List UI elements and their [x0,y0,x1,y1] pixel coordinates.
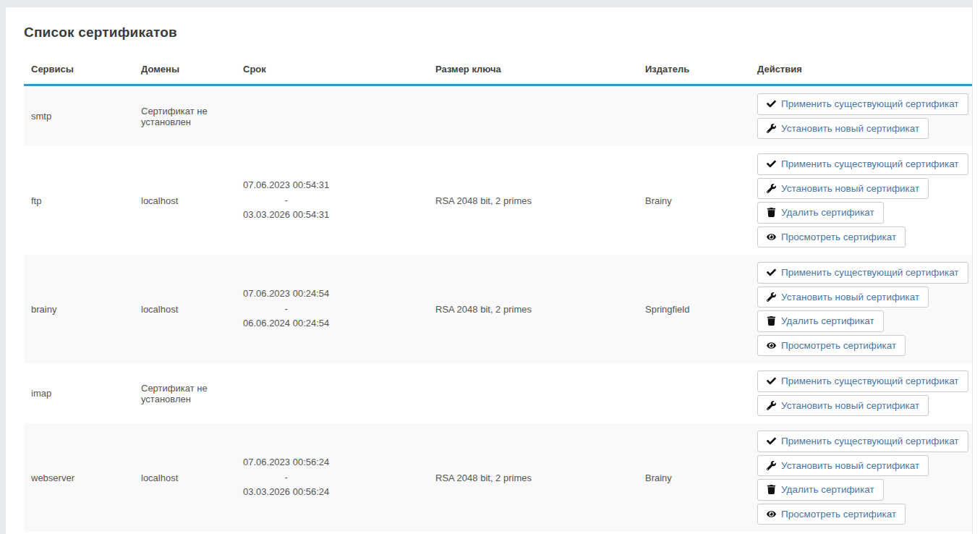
column-header-issuer: Издатель [638,55,750,85]
table-header-row: Сервисы Домены Срок Размер ключа Издател… [24,55,973,85]
table-row: smtpСертификат не установленПрименить су… [24,85,973,147]
key-size-cell [428,363,638,423]
check-icon [767,436,776,446]
key-size-cell: RSA 2048 bit, 2 primes [428,255,638,363]
wrench-icon [767,401,776,410]
scrollbar-track[interactable] [972,0,980,534]
term-to: 03.03.2026 00:56:24 [243,485,329,500]
domain-cell: localhost [134,423,236,532]
service-cell: ftp [24,146,134,255]
button-label: Применить существующий сертификат [781,99,959,109]
service-cell: brainy [24,255,134,363]
actions-stack: Применить существующий сертификатУстанов… [757,369,966,418]
wrench-icon [767,461,776,470]
actions-cell: Применить существующий сертификатУстанов… [750,85,973,147]
view-certificate-button[interactable]: Просмотреть сертификат [757,504,906,525]
install-new-certificate-button[interactable]: Установить новый сертификат [757,287,929,308]
button-label: Применить существующий сертификат [781,436,959,446]
button-label: Установить новый сертификат [781,461,919,471]
check-icon [767,159,776,169]
button-label: Применить существующий сертификат [781,159,959,169]
actions-stack: Применить существующий сертификатУстанов… [757,152,966,249]
button-label: Просмотреть сертификат [781,232,896,242]
actions-cell: Применить существующий сертификатУстанов… [750,423,973,532]
view-certificate-button[interactable]: Просмотреть сертификат [757,226,906,248]
view-certificate-button[interactable]: Просмотреть сертификат [757,335,906,357]
column-header-domains: Домены [134,55,236,85]
issuer-cell: Brainy [638,423,750,532]
delete-certificate-button[interactable]: Удалить сертификат [757,310,884,332]
term-cell [236,85,428,147]
button-label: Просмотреть сертификат [781,509,896,520]
button-label: Просмотреть сертификат [781,341,896,351]
domain-cell: localhost [134,146,236,255]
term-cell: 07.06.2023 00:24:54-06.06.2024 00:24:54 [236,255,428,363]
install-new-certificate-button[interactable]: Установить новый сертификат [757,118,929,140]
install-new-certificate-button[interactable]: Установить новый сертификат [757,455,929,477]
apply-existing-certificate-button[interactable]: Применить существующий сертификат [757,262,968,284]
wrench-icon [767,124,776,133]
table-row: ftplocalhost07.06.2023 00:54:31-03.03.20… [24,146,973,255]
issuer-cell [638,363,750,423]
term-cell [236,363,428,423]
certificate-term: 07.06.2023 00:24:54-06.06.2024 00:24:54 [243,287,329,331]
eye-icon [767,341,776,350]
column-header-key-size: Размер ключа [428,55,638,85]
issuer-cell: Springfield [638,255,750,363]
page-title: Список сертификатов [24,25,973,41]
apply-existing-certificate-button[interactable]: Применить существующий сертификат [757,370,968,392]
term-cell: 07.06.2023 00:56:24-03.03.2026 00:56:24 [236,423,428,532]
delete-certificate-button[interactable]: Удалить сертификат [757,202,884,224]
key-size-cell: RSA 2048 bit, 2 primes [428,146,638,255]
service-cell: smtp [24,85,134,147]
table-row: imapСертификат не установленПрименить су… [24,363,973,423]
button-label: Удалить сертификат [781,316,874,326]
table-row: brainylocalhost07.06.2023 00:24:54-06.06… [24,255,973,363]
actions-cell: Применить существующий сертификатУстанов… [750,146,973,255]
domain-cell: localhost [134,255,236,363]
button-label: Установить новый сертификат [781,184,919,194]
issuer-cell: Brainy [638,146,750,255]
install-new-certificate-button[interactable]: Установить новый сертификат [757,178,929,200]
term-from: 07.06.2023 00:54:31 [243,178,329,193]
button-label: Удалить сертификат [781,208,874,218]
wrench-icon [767,184,776,193]
column-header-term: Срок [236,55,428,85]
apply-existing-certificate-button[interactable]: Применить существующий сертификат [757,153,968,175]
column-header-actions: Действия [750,55,973,85]
actions-cell: Применить существующий сертификатУстанов… [750,255,973,363]
column-header-services: Сервисы [24,55,134,85]
check-icon [767,99,776,109]
apply-existing-certificate-button[interactable]: Применить существующий сертификат [757,431,968,452]
button-label: Установить новый сертификат [781,292,919,302]
check-icon [767,376,776,386]
actions-stack: Применить существующий сертификатУстанов… [757,92,966,140]
button-label: Установить новый сертификат [781,401,919,411]
check-icon [767,268,776,277]
delete-certificate-button[interactable]: Удалить сертификат [757,479,884,501]
term-separator: - [243,302,329,317]
button-label: Удалить сертификат [781,485,874,495]
trash-icon [767,208,776,217]
domain-cell: Сертификат не установлен [134,85,236,147]
term-separator: - [243,470,329,486]
button-label: Установить новый сертификат [781,124,919,134]
service-cell: imap [24,363,134,423]
service-cell: webserver [24,423,134,532]
key-size-cell [428,85,638,147]
term-to: 06.06.2024 00:24:54 [243,316,329,331]
key-size-cell: RSA 2048 bit, 2 primes [428,423,638,532]
apply-existing-certificate-button[interactable]: Применить существующий сертификат [757,93,968,115]
trash-icon [767,485,776,494]
term-from: 07.06.2023 00:56:24 [243,455,329,470]
wrench-icon [767,292,776,302]
domain-cell: Сертификат не установлен [134,363,236,423]
table-row: webserverlocalhost07.06.2023 00:56:24-03… [24,423,973,532]
install-new-certificate-button[interactable]: Установить новый сертификат [757,395,929,417]
issuer-cell [638,85,750,147]
actions-cell: Применить существующий сертификатУстанов… [750,363,973,423]
term-cell: 07.06.2023 00:54:31-03.03.2026 00:54:31 [236,146,428,255]
certificate-term: 07.06.2023 00:54:31-03.03.2026 00:54:31 [243,178,329,223]
eye-icon [767,232,776,242]
eye-icon [767,509,776,519]
